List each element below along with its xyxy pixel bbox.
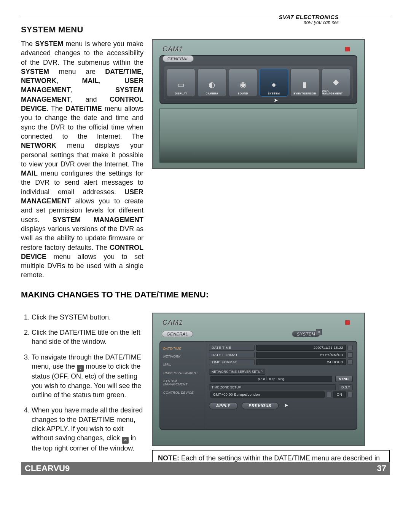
button-row: APPLY PREVIOUS ➤ xyxy=(209,402,353,409)
dropdown-icon[interactable] xyxy=(347,392,353,397)
crumb-system[interactable]: SYSTEM × xyxy=(292,331,320,337)
footer-bar: CLEARVU9 37 xyxy=(21,462,390,475)
label-time-format: TIME FORMAT xyxy=(209,359,255,365)
sound-icon: ◉ xyxy=(236,78,250,91)
mouse-cursor-icon: ➤ xyxy=(274,97,278,102)
steps-list: Click the SYSTEM button. Click the DATE/… xyxy=(21,313,143,453)
label-date-format: DATE FORMAT xyxy=(209,352,255,358)
recording-indicator-icon-2 xyxy=(345,320,350,325)
camera-label: CAM1 xyxy=(162,45,183,53)
menu-item-display[interactable]: ▭DISPLAY xyxy=(167,69,195,97)
date-time-panel: DATE/TIME NETWORK MAIL USER MANAGEMENT S… xyxy=(159,341,357,430)
side-item-datetime[interactable]: DATE/TIME xyxy=(160,345,205,353)
header-ntp: NETWORK TIME SERVER SETUP xyxy=(209,369,265,375)
brand-tagline: now you can see xyxy=(279,19,339,26)
panel-close-icon[interactable]: × xyxy=(316,329,322,335)
side-item-system-mgmt[interactable]: SYSTEM MANAGEMENT xyxy=(160,377,205,389)
menu-icon-strip: ▭DISPLAY ◐CAMERA ◉SOUND ●SYSTEM ▮EVENT/S… xyxy=(164,66,353,99)
previous-button[interactable]: PREVIOUS xyxy=(242,402,279,409)
dropdown-icon[interactable] xyxy=(347,352,353,358)
system-icon: ● xyxy=(267,78,281,91)
display-icon: ▭ xyxy=(174,78,188,91)
mouse-scroll-icon: ⇕ xyxy=(77,365,84,372)
breadcrumb: GENERAL SYSTEM × xyxy=(162,331,320,337)
menu-item-disk[interactable]: ◆DISK MANAGEMENT xyxy=(322,69,350,97)
step-1: Click the SYSTEM button. xyxy=(32,313,143,322)
general-menu-panel: GENERAL ▭DISPLAY ◐CAMERA ◉SOUND ●SYSTEM … xyxy=(159,55,357,104)
crumb-general[interactable]: GENERAL xyxy=(162,331,193,337)
close-icon: ✕ xyxy=(122,437,129,444)
row-date-time: Click the SYSTEM button. Click the DATE/… xyxy=(21,313,390,475)
step-4: When you have made all the desired chang… xyxy=(32,406,143,453)
value-date-time[interactable]: 2007/11/21 15:22 xyxy=(256,345,346,351)
dropdown-icon[interactable] xyxy=(326,392,331,397)
side-item-network[interactable]: NETWORK xyxy=(160,353,205,361)
camera-label-2: CAM1 xyxy=(162,319,183,327)
value-date-format[interactable]: YYYY/MM/DD xyxy=(256,352,346,358)
menu-item-sound[interactable]: ◉SOUND xyxy=(229,69,257,97)
settings-area: DATE TIME 2007/11/21 15:22 DATE FORMAT Y… xyxy=(205,342,357,429)
dropdown-icon[interactable] xyxy=(347,359,353,365)
sync-button[interactable]: SYNC. xyxy=(335,376,353,382)
manual-page: SVAT ELECTRONICS now you can see SYSTEM … xyxy=(0,0,411,532)
value-ntp-server[interactable]: pool.ntp.org xyxy=(210,376,332,382)
menu-item-system[interactable]: ●SYSTEM xyxy=(260,69,288,97)
value-dst[interactable]: ON xyxy=(333,391,346,398)
dvr-screen-1: CAM1 GENERAL ▭DISPLAY ◐CAMERA ◉SOUND ●SY… xyxy=(152,39,365,169)
side-item-control-device[interactable]: CONTROL DEVICE xyxy=(160,389,205,397)
side-item-user-mgmt[interactable]: USER MANAGEMENT xyxy=(160,369,205,377)
section-title-system-menu: SYSTEM MENU xyxy=(21,25,390,35)
camera-feed-background xyxy=(159,109,357,163)
label-date-time: DATE TIME xyxy=(209,345,255,351)
apply-button[interactable]: APPLY xyxy=(209,402,238,409)
screenshot-general-menu: CAM1 GENERAL ▭DISPLAY ◐CAMERA ◉SOUND ●SY… xyxy=(152,39,390,169)
steps-column: Click the SYSTEM button. Click the DATE/… xyxy=(21,313,143,459)
dvr-screen-2: CAM1 GENERAL SYSTEM × DATE/TIME NETWORK … xyxy=(152,313,365,446)
event-icon: ▮ xyxy=(298,78,312,91)
footer-page: 37 xyxy=(377,463,386,473)
recording-indicator-icon xyxy=(345,47,350,51)
section-title-date-time: MAKING CHANGES TO THE DATE/TIME MENU: xyxy=(21,290,390,300)
header-timezone: TIME ZONE SETUP xyxy=(209,384,336,390)
camera-icon: ◐ xyxy=(205,78,219,91)
general-tab[interactable]: GENERAL xyxy=(162,55,194,62)
menu-item-event[interactable]: ▮EVENT/SENSOR xyxy=(290,69,319,97)
disk-icon: ◆ xyxy=(328,76,343,88)
step-2: Click the DATE/TIME title on the left ha… xyxy=(32,328,143,347)
value-time-format[interactable]: 24 HOUR xyxy=(256,359,346,365)
brand-block: SVAT ELECTRONICS now you can see xyxy=(279,14,339,26)
value-timezone[interactable]: GMT+00:00 Europe/London xyxy=(210,391,325,398)
system-menu-paragraph: The SYSTEM menu is where you make advanc… xyxy=(21,39,143,280)
side-item-mail[interactable]: MAIL xyxy=(160,361,205,369)
menu-item-camera[interactable]: ◐CAMERA xyxy=(198,69,226,97)
step-3: To navigate through the DATE/TIME menu, … xyxy=(32,353,143,400)
screenshot-date-time: CAM1 GENERAL SYSTEM × DATE/TIME NETWORK … xyxy=(152,313,390,475)
dropdown-icon[interactable] xyxy=(347,345,353,350)
footer-model: CLEARVU9 xyxy=(25,463,70,473)
label-dst: D.S.T xyxy=(339,384,353,390)
side-menu: DATE/TIME NETWORK MAIL USER MANAGEMENT S… xyxy=(160,342,205,429)
mouse-cursor-icon: ➤ xyxy=(284,402,288,407)
row-system-menu: The SYSTEM menu is where you make advanc… xyxy=(21,39,390,280)
